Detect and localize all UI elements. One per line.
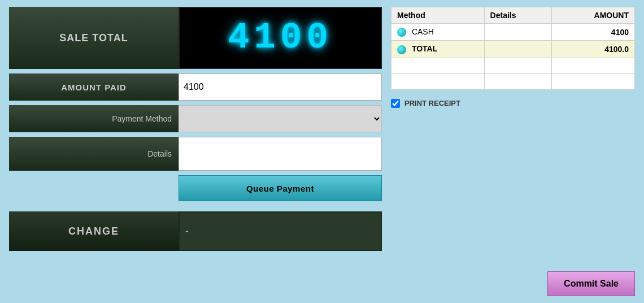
details-label: Details (9, 137, 179, 171)
details-row: Details (9, 137, 382, 171)
amount-paid-row: AMOUNT PAID (9, 73, 382, 101)
commit-sale-button[interactable]: Commit Sale (547, 271, 635, 296)
table-header-method: Method (391, 7, 485, 24)
sale-total-value: 4100 (219, 15, 342, 60)
table-row: CASH 4100 (391, 24, 635, 41)
amount-paid-input[interactable] (179, 73, 382, 101)
row-details-total (484, 41, 551, 58)
sale-total-label: SALE TOTAL (9, 7, 179, 69)
left-panel: SALE TOTAL 4100 AMOUNT PAID Payment Meth… (9, 7, 382, 296)
print-receipt-checkbox[interactable] (391, 99, 400, 108)
payment-method-row: Payment Method CASH CARD CHECK (9, 105, 382, 132)
row-amount-total: 4100.0 (551, 41, 634, 58)
payment-method-select[interactable]: CASH CARD CHECK (179, 105, 382, 132)
row-method-cash: CASH (391, 24, 485, 41)
table-header-details: Details (484, 7, 551, 24)
print-receipt-label[interactable]: PRINT RECEIPT (404, 99, 460, 107)
payment-table: Method Details AMOUNT CASH (391, 7, 635, 90)
queue-payment-button[interactable]: Queue Payment (179, 175, 382, 201)
sale-total-row: SALE TOTAL 4100 (9, 7, 382, 69)
row-method-total: TOTAL (391, 41, 485, 58)
print-receipt-row: PRINT RECEIPT (391, 97, 635, 110)
table-total-row: TOTAL 4100.0 (391, 41, 635, 58)
table-empty-row-1 (391, 58, 635, 73)
payment-method-label: Payment Method (9, 105, 179, 132)
total-bullet-icon (397, 45, 406, 54)
right-panel: Method Details AMOUNT CASH (391, 7, 635, 296)
queue-payment-row: Queue Payment (9, 175, 382, 201)
amount-paid-label: AMOUNT PAID (9, 73, 179, 101)
sale-total-display: 4100 (179, 7, 382, 69)
details-input[interactable] (179, 137, 382, 171)
row-amount-cash: 4100 (551, 24, 634, 41)
cash-bullet-icon (397, 28, 406, 37)
table-header-amount: AMOUNT (551, 7, 634, 24)
row-details-cash (484, 24, 551, 41)
change-label: CHANGE (9, 211, 179, 251)
change-value: - (179, 211, 382, 251)
change-row: CHANGE - (9, 211, 382, 251)
bottom-right: Commit Sale (391, 249, 635, 296)
table-empty-row-2 (391, 73, 635, 89)
